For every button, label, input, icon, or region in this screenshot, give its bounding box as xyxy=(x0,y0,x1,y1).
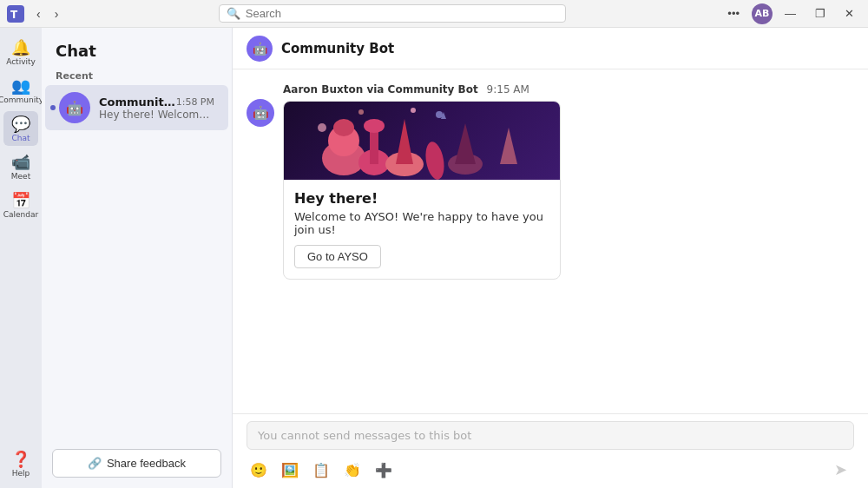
input-area: You cannot send messages to this bot 🙂 🖼… xyxy=(233,413,868,488)
calendar-icon: 📅 xyxy=(11,191,30,209)
search-input[interactable] xyxy=(246,7,558,20)
message-sender-avatar: 🤖 xyxy=(247,99,274,127)
card-title: Hey there! xyxy=(294,190,549,207)
help-icon: ❓ xyxy=(11,450,30,468)
forward-button[interactable]: › xyxy=(49,5,64,23)
sidebar-item-community[interactable]: 👥 Community xyxy=(3,73,38,108)
message-card: Hey there! Welcome to AYSO! We're happy … xyxy=(283,101,561,280)
svg-point-15 xyxy=(318,123,326,132)
chat-item-avatar: 🤖 xyxy=(59,92,90,123)
chat-main: 🤖 Community Bot 🤖 Aaron Buxton via Commu… xyxy=(233,28,868,488)
titlebar-left: T ‹ › xyxy=(7,5,63,23)
svg-point-4 xyxy=(333,119,354,136)
sidebar-item-activity[interactable]: 🔔 Activity xyxy=(3,35,38,69)
app-logo: T xyxy=(7,5,24,23)
praise-button[interactable]: 👏 xyxy=(340,458,365,482)
chat-list-header: Chat xyxy=(42,28,232,67)
main-layout: 🔔 Activity 👥 Community 💬 Chat 📹 Meet 📅 C… xyxy=(0,28,868,488)
svg-text:T: T xyxy=(10,9,18,21)
svg-point-7 xyxy=(364,119,385,133)
sidebar-item-label-community: Community xyxy=(0,96,43,104)
more-button[interactable]: ••• xyxy=(720,5,746,22)
community-icon: 👥 xyxy=(11,76,30,95)
sidebar-item-label-help: Help xyxy=(12,470,30,478)
chat-header-name: Community Bot xyxy=(281,41,394,56)
card-illustration xyxy=(292,102,552,180)
message-content: Aaron Buxton via Community Bot 9:15 AM xyxy=(283,83,854,280)
restore-button[interactable]: ❐ xyxy=(808,5,832,22)
search-icon: 🔍 xyxy=(227,7,240,20)
sidebar-item-label-calendar: Calendar xyxy=(3,211,38,219)
sidebar-item-label-activity: Activity xyxy=(6,58,36,66)
message-time: 9:15 AM xyxy=(487,83,529,96)
titlebar-right: ••• AB — ❐ ✕ xyxy=(720,3,861,24)
chat-item-preview: Hey there! Welcome to AYSO... xyxy=(99,109,214,121)
message-group: 🤖 Aaron Buxton via Community Bot 9:15 AM xyxy=(247,83,854,280)
chat-item-info: Community Bot 1:58 PM Hey there! Welcome… xyxy=(99,96,214,121)
go-to-ayso-button[interactable]: Go to AYSO xyxy=(294,245,381,268)
send-button[interactable]: ➤ xyxy=(827,457,854,483)
sidebar-item-help[interactable]: ❓ Help xyxy=(3,446,38,481)
chat-item-name: Community Bot xyxy=(99,96,176,109)
svg-point-10 xyxy=(423,141,446,180)
message-input-placeholder: You cannot send messages to this bot xyxy=(247,421,854,450)
share-feedback-icon: 🔗 xyxy=(88,457,102,470)
svg-point-17 xyxy=(358,109,364,115)
gif-button[interactable]: 🖼️ xyxy=(278,458,302,482)
svg-marker-14 xyxy=(500,128,517,164)
emoji-button[interactable]: 🙂 xyxy=(247,458,271,482)
sticker-button[interactable]: 📋 xyxy=(309,458,333,482)
chat-item-time: 1:58 PM xyxy=(176,96,214,108)
close-button[interactable]: ✕ xyxy=(838,5,861,22)
message-sender-name: Aaron Buxton via Community Bot xyxy=(283,83,478,96)
activity-icon: 🔔 xyxy=(11,38,30,56)
sidebar-item-meet[interactable]: 📹 Meet xyxy=(3,149,38,184)
messages-area: 🤖 Aaron Buxton via Community Bot 9:15 AM xyxy=(233,69,868,413)
chat-icon: 💬 xyxy=(11,115,30,133)
svg-rect-6 xyxy=(370,128,378,164)
unread-dot xyxy=(50,105,56,110)
titlebar: T ‹ › 🔍 ••• AB — ❐ ✕ xyxy=(0,0,868,28)
message-card-body: Hey there! Welcome to AYSO! We're happy … xyxy=(284,180,560,279)
chat-header-avatar: 🤖 xyxy=(247,36,273,62)
chat-list-section-label: Recent xyxy=(42,67,232,85)
svg-marker-9 xyxy=(396,119,413,164)
titlebar-nav: ‹ › xyxy=(31,5,63,23)
chat-item-community-bot[interactable]: 🤖 Community Bot 1:58 PM Hey there! Welco… xyxy=(45,85,228,130)
svg-point-18 xyxy=(411,108,416,113)
more-tools-button[interactable]: ➕ xyxy=(372,458,396,482)
chat-list-items: 🤖 Community Bot 1:58 PM Hey there! Welco… xyxy=(42,85,232,442)
input-tools: 🙂 🖼️ 📋 👏 ➕ xyxy=(247,458,396,482)
input-toolbar: 🙂 🖼️ 📋 👏 ➕ ➤ xyxy=(247,455,854,485)
chat-item-top: Community Bot 1:58 PM xyxy=(99,96,214,109)
back-button[interactable]: ‹ xyxy=(31,5,46,23)
card-description: Welcome to AYSO! We're happy to have you… xyxy=(294,210,549,236)
share-feedback-label: Share feedback xyxy=(107,457,186,470)
sidebar-item-calendar[interactable]: 📅 Calendar xyxy=(3,188,38,222)
meet-icon: 📹 xyxy=(11,153,30,171)
search-bar[interactable]: 🔍 xyxy=(219,4,566,23)
svg-point-16 xyxy=(436,111,443,118)
sidebar-item-label-meet: Meet xyxy=(11,173,30,181)
minimize-button[interactable]: — xyxy=(778,5,803,22)
sidebar-item-chat[interactable]: 💬 Chat xyxy=(3,111,38,146)
svg-marker-12 xyxy=(455,123,476,164)
message-card-image xyxy=(284,102,560,180)
share-feedback-button[interactable]: 🔗 Share feedback xyxy=(52,449,221,478)
send-icon: ➤ xyxy=(834,461,847,478)
sidebar-item-label-chat: Chat xyxy=(11,135,30,142)
sidebar: 🔔 Activity 👥 Community 💬 Chat 📹 Meet 📅 C… xyxy=(0,28,42,488)
message-meta: Aaron Buxton via Community Bot 9:15 AM xyxy=(283,83,854,96)
user-avatar[interactable]: AB xyxy=(752,3,773,24)
chat-header: 🤖 Community Bot xyxy=(233,28,868,69)
chat-list-panel: Chat Recent 🤖 Community Bot 1:58 PM Hey … xyxy=(42,28,233,488)
